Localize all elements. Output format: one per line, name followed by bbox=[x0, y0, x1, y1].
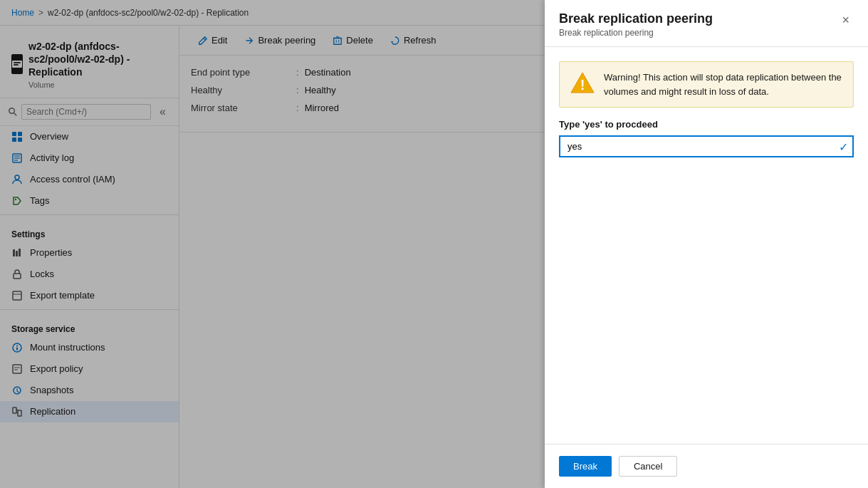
panel-title: Break replication peering bbox=[559, 11, 713, 26]
svg-text:!: ! bbox=[580, 77, 585, 93]
warning-triangle-icon: ! bbox=[570, 71, 595, 96]
break-replication-panel: Break replication peering Break replicat… bbox=[545, 0, 868, 488]
panel-close-button[interactable]: × bbox=[837, 11, 854, 29]
panel-subtitle: Break replication peering bbox=[559, 28, 713, 38]
input-wrapper: ✓ bbox=[559, 135, 854, 157]
app-container: Home > w2-02-dp (anfdocs-sc2/pool0/w2-02… bbox=[0, 0, 868, 488]
check-icon: ✓ bbox=[839, 140, 848, 153]
cancel-button[interactable]: Cancel bbox=[619, 456, 677, 477]
panel-body: ! Warning! This action will stop data re… bbox=[545, 47, 868, 444]
yes-input[interactable] bbox=[559, 135, 854, 157]
input-section: Type 'yes' to procdeed ✓ bbox=[559, 119, 854, 157]
panel-title-block: Break replication peering Break replicat… bbox=[559, 11, 713, 38]
panel-header: Break replication peering Break replicat… bbox=[545, 0, 868, 47]
break-button[interactable]: Break bbox=[559, 456, 612, 477]
input-label: Type 'yes' to procdeed bbox=[559, 119, 854, 130]
panel-footer: Break Cancel bbox=[545, 444, 868, 488]
warning-text: Warning! This action will stop data repl… bbox=[604, 71, 843, 98]
warning-box: ! Warning! This action will stop data re… bbox=[559, 61, 854, 108]
